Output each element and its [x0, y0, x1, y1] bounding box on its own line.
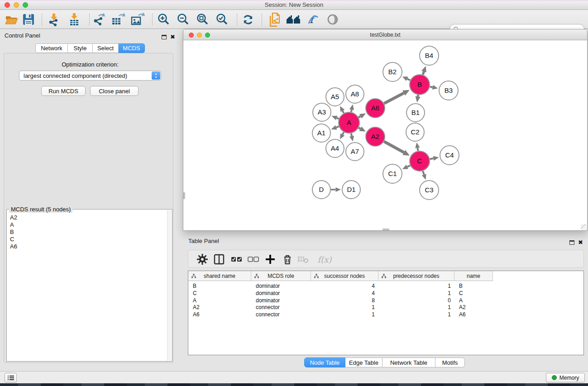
edge-A-A4[interactable]: [343, 132, 344, 134]
new-network-from-selection-icon[interactable]: [267, 12, 282, 27]
edge-A-A2[interactable]: [359, 128, 360, 129]
result-scrollbar[interactable]: [167, 210, 172, 361]
table-cell[interactable]: 4: [311, 282, 378, 290]
table-cell[interactable]: dominator: [251, 282, 311, 290]
table-cell[interactable]: C: [454, 290, 493, 297]
control-panel-float-icon[interactable]: [162, 33, 167, 41]
tab-motifs[interactable]: Motifs: [435, 357, 465, 367]
run-mcds-button[interactable]: Run MCDS: [41, 86, 86, 96]
eye-icon[interactable]: [325, 12, 340, 27]
export-image-icon[interactable]: [130, 12, 145, 27]
table-cell[interactable]: 1: [378, 282, 454, 290]
edge-A6-B[interactable]: [384, 93, 404, 104]
edge-A-A1[interactable]: [336, 126, 339, 127]
window-resize-grip[interactable]: [581, 224, 587, 230]
vertical-scroll-nub[interactable]: [183, 192, 185, 199]
result-list-item[interactable]: A: [10, 221, 167, 229]
zoom-fit-icon[interactable]: [195, 12, 210, 27]
result-list-item[interactable]: B: [10, 229, 167, 236]
open-browser-icon[interactable]: [286, 12, 301, 27]
zoom-selected-icon[interactable]: [214, 12, 229, 27]
table-cell[interactable]: dominator: [251, 297, 311, 304]
tab-network[interactable]: Network: [35, 43, 68, 53]
split-table-icon[interactable]: [212, 252, 226, 267]
edge-B-B2[interactable]: [407, 79, 411, 80]
node-table[interactable]: shared nameMCDS rolesuccessor nodesprede…: [188, 271, 584, 355]
table-cell[interactable]: A2: [188, 304, 251, 311]
edge-A-A8[interactable]: [351, 110, 352, 112]
edge-C-C4[interactable]: [430, 158, 434, 159]
export-table-icon[interactable]: [110, 12, 126, 27]
table-cell[interactable]: B: [454, 282, 493, 290]
network-window-titlebar[interactable]: testGlobe.txt: [183, 29, 587, 40]
tab-node-table[interactable]: Node Table: [304, 357, 345, 367]
edge-C-C2[interactable]: [417, 148, 418, 151]
select-all-icon[interactable]: [229, 252, 244, 267]
horizontal-scroll-nub[interactable]: [382, 229, 389, 230]
table-cell[interactable]: 1: [378, 311, 454, 318]
table-cell[interactable]: connector: [251, 311, 311, 318]
column-header-successor-nodes[interactable]: successor nodes: [311, 271, 378, 281]
zoom-out-icon[interactable]: [175, 12, 191, 27]
table-cell[interactable]: 8: [311, 297, 378, 304]
delete-column-icon[interactable]: [280, 252, 295, 267]
table-cell[interactable]: dominator: [251, 290, 311, 297]
result-list-item[interactable]: A2: [10, 214, 167, 221]
refresh-layout-icon[interactable]: [240, 12, 256, 27]
export-network-icon[interactable]: [91, 12, 106, 27]
table-cell[interactable]: A6: [188, 311, 251, 318]
save-session-icon[interactable]: [21, 12, 36, 27]
table-panel-close-icon[interactable]: ✖: [578, 238, 583, 246]
edge-B-B3[interactable]: [430, 87, 433, 87]
table-cell[interactable]: 0: [378, 297, 454, 304]
open-session-icon[interactable]: [4, 12, 19, 27]
deselect-all-icon[interactable]: [246, 252, 261, 267]
edge-C-C1[interactable]: [407, 166, 411, 167]
add-column-icon[interactable]: [263, 252, 277, 267]
import-network-icon[interactable]: [47, 12, 62, 27]
tab-style[interactable]: Style: [68, 43, 93, 53]
delete-table-icon[interactable]: [296, 252, 311, 267]
result-list-item[interactable]: C: [10, 236, 167, 243]
edge-C-C3[interactable]: [423, 171, 424, 175]
column-header-name[interactable]: name: [454, 271, 493, 281]
table-cell[interactable]: 1: [311, 311, 378, 318]
edge-A-A5[interactable]: [343, 111, 344, 113]
import-table-icon[interactable]: [67, 12, 82, 27]
edge-A-A6[interactable]: [359, 116, 361, 118]
control-panel-close-icon[interactable]: ✖: [170, 33, 175, 41]
close-panel-button[interactable]: Close panel: [90, 86, 139, 96]
optimization-criterion-select[interactable]: largest connected component (directed) ▲…: [19, 71, 161, 81]
table-cell[interactable]: 1: [378, 304, 454, 311]
column-header-MCDS-role[interactable]: MCDS role: [251, 271, 311, 281]
table-panel-float-icon[interactable]: [569, 238, 574, 247]
zoom-in-icon[interactable]: [156, 12, 171, 27]
show-hide-details-icon[interactable]: f: [305, 12, 320, 27]
table-cell[interactable]: 4: [311, 290, 378, 297]
table-cell[interactable]: B: [188, 282, 251, 290]
column-header-shared-name[interactable]: shared name: [188, 271, 251, 281]
edge-B-B1[interactable]: [418, 95, 418, 97]
network-graph[interactable]: B4B2BB3A8A5A6A3B1AC2A1A2A4A7C4CC1DD1C3: [183, 40, 587, 230]
tab-edge-table[interactable]: Edge Table: [345, 357, 382, 367]
edge-B-B4[interactable]: [423, 71, 424, 75]
table-cell[interactable]: C: [188, 290, 251, 297]
memory-button[interactable]: Memory: [546, 373, 585, 382]
tab-mcds[interactable]: MCDS: [119, 43, 145, 53]
tab-select[interactable]: Select: [93, 43, 119, 53]
table-cell[interactable]: connector: [251, 304, 311, 311]
table-cell[interactable]: A: [188, 297, 251, 304]
function-builder-icon[interactable]: f(x): [314, 252, 335, 267]
column-header-predecessor-nodes[interactable]: predecessor nodes: [378, 271, 454, 281]
edge-A-A7[interactable]: [351, 133, 352, 136]
mcds-result-list[interactable]: A2ABCA6: [7, 214, 167, 361]
task-history-button[interactable]: [5, 373, 17, 382]
tab-network-table[interactable]: Network Table: [382, 357, 435, 367]
table-cell[interactable]: A6: [454, 311, 493, 318]
settings-gear-icon[interactable]: [195, 252, 210, 267]
table-cell[interactable]: 1: [378, 290, 454, 297]
table-cell[interactable]: 1: [311, 304, 378, 311]
result-list-item[interactable]: A6: [10, 243, 167, 250]
edge-A-A3[interactable]: [337, 118, 339, 119]
network-canvas[interactable]: B4B2BB3A8A5A6A3B1AC2A1A2A4A7C4CC1DD1C3: [183, 40, 587, 230]
